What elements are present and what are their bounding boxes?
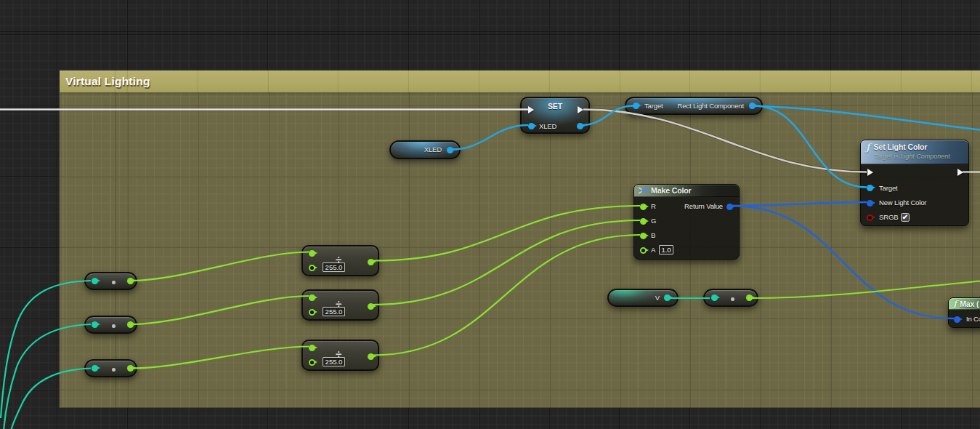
set-light-color-header[interactable]: ƒ Set Light Color Target is Light Compon… xyxy=(861,140,968,164)
set-light-color-srgb-label: SRGB xyxy=(879,213,898,221)
make-color-r-label: R xyxy=(651,202,656,210)
divide-1-output-pin[interactable] xyxy=(368,259,374,265)
divide-1-a-pin[interactable] xyxy=(309,250,315,257)
max-header[interactable]: ƒ Max ( xyxy=(949,298,980,310)
xled-getter-label: XLED xyxy=(424,145,442,153)
rect-light-output-label: Rect Light Component xyxy=(677,102,744,110)
node-divide-2[interactable]: ÷ 255.0 xyxy=(301,289,379,321)
rect-light-output-pin[interactable] xyxy=(749,103,756,109)
make-color-g-label: G xyxy=(651,217,656,225)
comment-title: Virtual Lighting xyxy=(65,75,150,88)
set-light-color-subtitle: Target is Light Component xyxy=(874,153,950,160)
conversion-3-input-pin[interactable] xyxy=(92,365,98,372)
max-title: Max ( xyxy=(960,300,979,308)
node-divide-3[interactable]: ÷ 255.0 xyxy=(301,340,379,371)
make-struct-icon xyxy=(638,187,648,194)
struct-icon-tick-bottom xyxy=(639,191,642,193)
v-getter-output-pin[interactable] xyxy=(664,294,671,301)
make-color-b-pin[interactable] xyxy=(640,233,647,239)
set-xled-input-pin[interactable] xyxy=(528,123,535,129)
divide-1-b-pin[interactable] xyxy=(309,265,315,271)
divide-1-b-value[interactable]: 255.0 xyxy=(323,262,345,272)
conversion-2-output-pin[interactable] xyxy=(127,321,134,328)
comment-box-header[interactable]: Virtual Lighting xyxy=(60,71,980,92)
xled-getter-output-pin[interactable] xyxy=(447,147,453,153)
divide-3-output-pin[interactable] xyxy=(368,353,374,360)
make-color-title: Make Color xyxy=(651,186,692,195)
conversion-1-output-pin[interactable] xyxy=(127,278,134,284)
divide-3-a-pin[interactable] xyxy=(309,345,315,351)
set-light-color-target-label: Target xyxy=(879,184,898,192)
set-light-color-target-pin[interactable] xyxy=(867,185,873,191)
rect-light-target-label: Target xyxy=(644,102,663,110)
max-in-color-label: In Co xyxy=(966,315,980,323)
blueprint-canvas[interactable]: Virtual Lighting SET XLED XLED Target Re… xyxy=(0,0,980,429)
node-rect-light-component[interactable]: Target Rect Light Component xyxy=(625,97,763,115)
make-color-a-label: A xyxy=(651,246,655,254)
node-divide-1[interactable]: ÷ 255.0 xyxy=(301,245,379,276)
set-light-color-exec-in-pin[interactable] xyxy=(867,169,873,176)
conversion-2-dot-icon xyxy=(112,324,116,328)
v-getter-label: V xyxy=(655,294,660,302)
set-xled-input-label: XLED xyxy=(539,122,556,130)
node-max[interactable]: ƒ Max ( In Co xyxy=(948,297,980,328)
set-light-color-new-light-color-label: New Light Color xyxy=(879,199,926,207)
struct-icon-tick-top xyxy=(639,188,642,190)
node-xled-getter[interactable]: XLED xyxy=(389,140,461,159)
divide-3-b-value[interactable]: 255.0 xyxy=(323,357,345,366)
make-color-return-pin[interactable] xyxy=(726,204,733,210)
divide-3-b-pin[interactable] xyxy=(309,359,315,366)
node-conversion-v[interactable] xyxy=(703,289,758,307)
set-xled-output-pin[interactable] xyxy=(577,123,583,129)
conversion-1-dot-icon xyxy=(112,281,116,284)
conversion-2-input-pin[interactable] xyxy=(92,321,98,328)
node-make-color[interactable]: Make Color R G B A 1.0 Return Value xyxy=(633,184,740,260)
set-light-color-exec-out-pin[interactable] xyxy=(957,169,963,176)
set-light-color-new-light-color-pin[interactable] xyxy=(867,200,873,207)
make-color-return-label: Return Value xyxy=(684,202,723,210)
node-set-xled[interactable]: SET XLED xyxy=(520,97,590,134)
divide-2-a-pin[interactable] xyxy=(309,294,315,301)
set-light-color-title: Set Light Color xyxy=(874,143,950,151)
make-color-r-pin[interactable] xyxy=(640,204,647,210)
set-light-color-srgb-pin[interactable] xyxy=(867,214,873,221)
divide-2-output-pin[interactable] xyxy=(368,303,374,310)
conversion-3-output-pin[interactable] xyxy=(127,365,134,372)
make-color-a-value[interactable]: 1.0 xyxy=(659,245,673,254)
set-exec-in-pin[interactable] xyxy=(528,106,534,113)
conversion-v-input-pin[interactable] xyxy=(711,294,718,301)
conversion-v-dot-icon xyxy=(731,297,734,301)
struct-icon-bar xyxy=(641,189,648,192)
make-color-b-label: B xyxy=(651,231,655,239)
node-conversion-1[interactable] xyxy=(84,272,137,290)
function-icon: ƒ xyxy=(866,143,870,152)
divide-2-b-pin[interactable] xyxy=(309,309,315,316)
conversion-1-input-pin[interactable] xyxy=(92,278,98,284)
node-conversion-3[interactable] xyxy=(84,359,137,377)
node-set-light-color[interactable]: ƒ Set Light Color Target is Light Compon… xyxy=(860,140,969,226)
set-light-color-header-text: Set Light Color Target is Light Componen… xyxy=(874,140,950,160)
comment-box-body[interactable] xyxy=(60,92,980,408)
node-conversion-2[interactable] xyxy=(84,316,137,334)
node-v-getter[interactable]: V xyxy=(607,289,679,307)
max-function-icon: ƒ xyxy=(953,300,957,308)
make-color-g-pin[interactable] xyxy=(640,218,647,225)
set-exec-out-pin[interactable] xyxy=(578,106,583,113)
rect-light-target-pin[interactable] xyxy=(633,103,639,109)
srgb-checkbox[interactable]: ✔ xyxy=(901,213,910,222)
max-in-color-pin[interactable] xyxy=(954,316,960,323)
conversion-v-output-pin[interactable] xyxy=(746,294,753,301)
divide-2-b-value[interactable]: 255.0 xyxy=(323,307,345,316)
make-color-header[interactable]: Make Color xyxy=(634,185,739,197)
conversion-3-dot-icon xyxy=(112,368,116,372)
make-color-a-pin[interactable] xyxy=(640,247,647,254)
